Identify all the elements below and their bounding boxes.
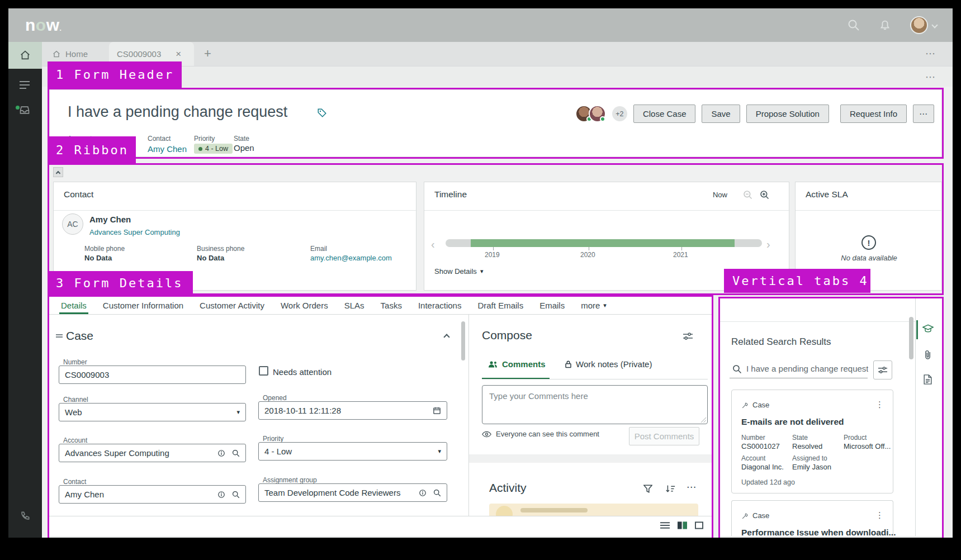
close-case-button[interactable]: Close Case (633, 105, 696, 123)
sidebar-list-icon[interactable] (19, 80, 30, 90)
case-record-icon (741, 402, 749, 409)
result-title[interactable]: E-mails are not delivered (741, 417, 844, 427)
priority-caret-icon: ▾ (438, 448, 441, 455)
paperclip-icon (924, 350, 932, 360)
annotation-label-3: 3 Form Details (48, 271, 193, 295)
view-split-icon[interactable] (678, 521, 687, 529)
related-scrollbar-thumb[interactable] (909, 317, 913, 359)
tab-draft-emails[interactable]: Draft Emails (477, 301, 523, 310)
resize-handle-icon[interactable] (701, 417, 706, 423)
timeline-zoom-out-icon[interactable] (743, 190, 753, 200)
priority-select[interactable]: 4 - Low ▾ (258, 442, 447, 461)
account-search-icon[interactable] (232, 449, 240, 457)
case-section-collapse-icon[interactable] (443, 334, 449, 340)
result2-title[interactable]: Performance Issue when downloadi... (741, 528, 896, 538)
global-search-icon[interactable] (848, 19, 860, 31)
contact-input[interactable]: Amy Chen (59, 485, 246, 504)
contact-company-link[interactable]: Advances Super Computing (89, 228, 180, 236)
tab-slas[interactable]: SLAs (344, 301, 364, 310)
related-search-settings-button[interactable] (873, 360, 892, 379)
vertical-tab-attachments[interactable] (924, 350, 932, 360)
close-tab-icon[interactable]: × (176, 49, 181, 60)
home-tab-label: Home (65, 49, 88, 59)
tab-interactions[interactable]: Interactions (418, 301, 462, 310)
post-comments-button[interactable]: Post Comments (629, 427, 699, 445)
result-kebab-icon[interactable]: ⋮ (875, 400, 884, 409)
contact-label: Contact (63, 478, 86, 486)
new-tab-plus-icon[interactable]: + (204, 46, 211, 61)
form-scrollbar-thumb[interactable] (461, 321, 465, 360)
case-section-drag-icon[interactable] (56, 334, 63, 339)
user-menu-chevron-icon[interactable] (931, 22, 938, 28)
assignment-info-icon[interactable] (419, 489, 427, 497)
sidebar-phone-icon[interactable] (20, 510, 31, 521)
number-input[interactable]: CS0009003 (59, 366, 246, 384)
user-avatar[interactable] (910, 16, 928, 34)
compose-settings-icon[interactable] (683, 332, 693, 340)
tab-customer-activity[interactable]: Customer Activity (200, 301, 264, 310)
tab-customer-information[interactable]: Customer Information (103, 301, 183, 310)
result-state-value: Resolved (792, 442, 822, 450)
tab-tasks[interactable]: Tasks (381, 301, 402, 310)
comments-tab[interactable]: Comments (489, 359, 546, 369)
toolbar-more-icon[interactable]: ⋯ (925, 71, 936, 83)
header-contact-link[interactable]: Amy Chen (148, 144, 187, 154)
channel-select[interactable]: Web ▾ (59, 403, 246, 421)
related-result-card[interactable]: Case ⋮ E-mails are not delivered Number … (731, 390, 893, 493)
channel-caret-icon: ▾ (236, 409, 240, 416)
view-full-icon[interactable] (695, 521, 703, 529)
tabstrip-more-icon[interactable]: ⋯ (925, 48, 936, 60)
presence-avatar-2[interactable] (589, 105, 606, 122)
propose-solution-button[interactable]: Propose Solution (746, 105, 829, 123)
contact-info-icon[interactable] (217, 491, 225, 499)
activity-more-icon[interactable]: ⋯ (687, 481, 697, 493)
comments-tab-label: Comments (502, 359, 546, 369)
timeline-show-details[interactable]: Show Details ▾ (434, 267, 483, 276)
work-notes-tab[interactable]: Work notes (Private) (565, 359, 652, 369)
calendar-icon[interactable] (433, 406, 441, 415)
save-button[interactable]: Save (702, 105, 740, 123)
tag-icon[interactable] (317, 108, 327, 118)
sidebar-inbox-icon[interactable] (19, 105, 30, 116)
sidebar-home-button[interactable] (8, 42, 42, 69)
email-label: Email (310, 245, 327, 253)
tab-details[interactable]: Details (61, 301, 87, 310)
work-notes-tab-label: Work notes (Private) (576, 359, 652, 369)
presence-overflow-badge[interactable]: +2 (612, 106, 627, 121)
account-info-icon[interactable] (217, 449, 225, 457)
timeline-year-2020: 2020 (580, 251, 595, 259)
related-result-card-2[interactable]: Case ⋮ Performance Issue when downloadi.… (731, 500, 893, 536)
contact-name: Amy Chen (89, 215, 131, 224)
view-list-icon[interactable] (660, 521, 670, 529)
assignment-search-icon[interactable] (433, 489, 441, 497)
comment-textarea[interactable]: Type your Comments here (482, 385, 708, 424)
related-search-input[interactable]: I have a pending change request (746, 364, 868, 373)
contact-search-icon[interactable] (232, 491, 240, 499)
timeline-scroll-left-icon[interactable]: ‹ (431, 238, 435, 251)
header-more-button[interactable]: ⋯ (913, 105, 934, 123)
tab-emails[interactable]: Emails (539, 301, 565, 310)
vertical-tab-knowledge[interactable] (922, 324, 934, 333)
notifications-bell-icon[interactable] (879, 19, 891, 31)
timeline-zoom-in-icon[interactable] (760, 190, 770, 200)
timeline-track[interactable] (446, 239, 762, 247)
request-info-button[interactable]: Request Info (840, 105, 907, 123)
account-input[interactable]: Advances Super Computing (59, 444, 246, 462)
activity-highlight-entry (489, 504, 698, 516)
activity-filter-icon[interactable] (643, 485, 652, 493)
result2-kebab-icon[interactable]: ⋮ (875, 511, 884, 519)
timeline-scroll-right-icon[interactable]: › (766, 238, 770, 251)
result-number-value: CS0001027 (741, 442, 780, 450)
visibility-note-label: Everyone can see this comment (496, 430, 599, 438)
assignment-group-input[interactable]: Team Development Code Reviewers (258, 483, 447, 502)
activity-avatar-placeholder (496, 506, 513, 516)
opened-input[interactable]: 2018-10-11 12:11:28 (258, 401, 447, 420)
email-link[interactable]: amy.chen@example.com (310, 254, 392, 262)
needs-attention-checkbox[interactable] (259, 366, 268, 376)
vertical-tab-document[interactable] (924, 374, 932, 385)
tab-work-orders[interactable]: Work Orders (281, 301, 328, 310)
activity-sort-icon[interactable] (666, 485, 675, 493)
tab-more[interactable]: more▾ (581, 301, 607, 310)
header-actions: +2 Close Case Save Propose Solution Requ… (575, 105, 934, 123)
ribbon-collapse-button[interactable] (53, 167, 63, 177)
